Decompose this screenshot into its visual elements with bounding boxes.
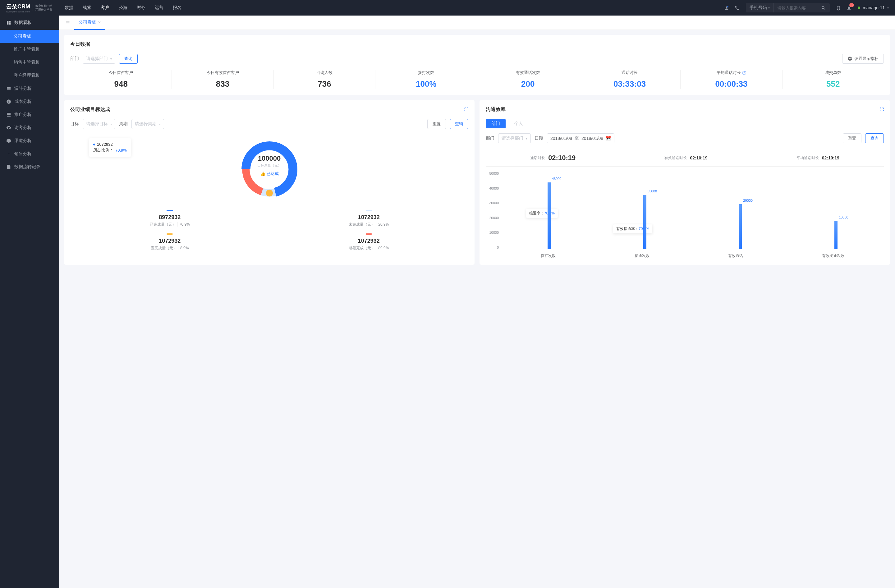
nav-item[interactable]: 公海 [119, 5, 127, 11]
bar[interactable]: 43000 [548, 182, 551, 249]
nav-item[interactable]: 运营 [155, 5, 164, 11]
logo-url: www.yunduocrm.com [6, 10, 30, 13]
nav-item[interactable]: 数据 [65, 5, 73, 11]
kpi-value: 948 [73, 79, 168, 89]
dept-select[interactable]: 请选择部门▾ [498, 133, 531, 143]
bar-label: 43000 [552, 177, 561, 180]
kpi-item: 平均通话时长?00:00:33 [681, 70, 782, 89]
main-content: ☰ 公司看板 ✕ 今日数据 部门 请选择部门▾ 查询 设置显示指标 [59, 15, 895, 588]
search-box: 手机号码 ▾ [746, 3, 830, 12]
achieved-badge: 👍已达成 [257, 171, 281, 177]
search-type-select[interactable]: 手机号码 ▾ [746, 3, 774, 12]
menu-icon [6, 112, 11, 117]
dept-select[interactable]: 请选择部门▾ [83, 54, 115, 64]
query-button[interactable]: 查询 [119, 54, 138, 64]
sidebar-group-dashboard[interactable]: 数据看板 ⌃ [0, 15, 59, 30]
reset-button[interactable]: 重置 [427, 119, 446, 129]
query-button[interactable]: 查询 [865, 133, 884, 143]
bar[interactable]: 18000 [834, 221, 837, 249]
settings-button[interactable]: 设置显示指标 [842, 54, 884, 64]
donut-center-value: 100000 [257, 155, 281, 162]
sidebar-item[interactable]: 访客分析 [0, 121, 59, 134]
x-tick: 拨打次数 [541, 253, 556, 259]
kpi-label: 有效通话次数 [481, 70, 575, 76]
notification-badge: 5 [849, 3, 854, 7]
kpi-item: 回访人数736 [274, 70, 375, 89]
pill-tabs: 部门 个人 [486, 119, 884, 128]
close-icon[interactable]: ✕ [98, 20, 101, 24]
mobile-icon[interactable] [836, 5, 841, 11]
tab-company-dashboard[interactable]: 公司看板 ✕ [74, 15, 105, 30]
sidebar-item[interactable]: 推广主管看板 [0, 43, 59, 56]
logo-text: 云朵CRM [6, 3, 30, 10]
chevron-down-icon: ▾ [110, 123, 112, 126]
sidebar-item[interactable]: 数据流转记录 [0, 161, 59, 173]
search-button[interactable] [817, 3, 830, 12]
bar-label: 35000 [648, 189, 657, 193]
period-select[interactable]: 请选择周期▾ [132, 119, 164, 129]
nav-item[interactable]: 财务 [137, 5, 146, 11]
goal-card: 公司业绩目标达成⛶ 目标 请选择目标▾ 周期 请选择周期▾ 重置 查询 1072… [64, 100, 475, 265]
date-range-input[interactable]: 2018/01/08 至 2018/01/08 📅 [547, 133, 614, 143]
logo-subtitle: 教育机构一站 式服务云平台 [33, 5, 52, 11]
sidebar-item[interactable]: 推广分析 [0, 108, 59, 121]
x-tick: 接通次数 [634, 253, 649, 259]
bell-icon[interactable]: 5 [846, 5, 851, 11]
kpi-label: 通话时长 [582, 70, 677, 76]
tab-menu-icon[interactable]: ☰ [63, 18, 73, 27]
expand-icon[interactable]: ⛶ [464, 107, 468, 112]
x-tick: 有效通话 [728, 253, 743, 259]
date-label: 日期 [534, 135, 543, 141]
legend-item: 8972932已完成量（元）70.9% [70, 207, 269, 230]
bar-tooltip-1: 接通率：70.9% [526, 209, 558, 218]
sidebar-item[interactable]: 销售分析 [0, 147, 59, 161]
bar[interactable]: 29000 [739, 204, 742, 249]
kpi-item: 拨打次数100% [375, 70, 477, 89]
target-select[interactable]: 请选择目标▾ [83, 119, 115, 129]
chevron-down-icon: ▾ [887, 6, 889, 10]
user-menu[interactable]: manager11 ▾ [858, 5, 889, 10]
expand-icon[interactable]: ⛶ [880, 107, 884, 112]
bar-tooltip-2: 有效接通率：70.9% [613, 224, 652, 233]
menu-icon [6, 138, 11, 143]
chevron-down-icon: ▾ [526, 137, 527, 140]
thumb-up-icon: 👍 [260, 171, 265, 176]
donut-tooltip: 1072932 所占比例：70.9% [89, 138, 131, 157]
kpi-item: 通话时长03:33:03 [579, 70, 681, 89]
logo[interactable]: 云朵CRM www.yunduocrm.com 教育机构一站 式服务云平台 [6, 3, 52, 13]
comm-title: 沟通效率 [486, 106, 506, 113]
y-tick: 40000 [486, 186, 499, 190]
sidebar: 数据看板 ⌃ 公司看板推广主管看板销售主管看板客户经理看板 漏斗分析成本分析推广… [0, 15, 59, 588]
today-card: 今日数据 部门 请选择部门▾ 查询 设置显示指标 今日首咨客户948今日有效首咨… [64, 35, 890, 95]
info-icon[interactable]: ? [742, 71, 746, 75]
chevron-up-icon: ⌃ [50, 21, 53, 24]
sidebar-item[interactable]: 渠道分析 [0, 134, 59, 147]
y-tick: 30000 [486, 201, 499, 205]
summary-item: 通话时长02:10:19 [530, 154, 575, 162]
add-user-icon[interactable]: + [724, 5, 729, 11]
kpi-label: 回访人数 [277, 70, 372, 76]
sidebar-item[interactable]: 成本分析 [0, 95, 59, 108]
sidebar-item[interactable]: 公司看板 [0, 30, 59, 43]
pill-personal[interactable]: 个人 [509, 119, 529, 128]
pill-dept[interactable]: 部门 [486, 119, 506, 128]
query-button[interactable]: 查询 [450, 119, 468, 129]
top-nav: 数据线索客户公海财务运营报名 [65, 5, 718, 11]
search-input[interactable] [774, 4, 817, 12]
kpi-label: 拨打次数 [379, 70, 473, 76]
sidebar-item[interactable]: 销售主管看板 [0, 56, 59, 69]
phone-icon[interactable] [735, 5, 740, 11]
sidebar-item[interactable]: 漏斗分析 [0, 82, 59, 95]
gear-icon [848, 56, 853, 61]
today-title: 今日数据 [70, 41, 884, 47]
nav-item[interactable]: 报名 [173, 5, 182, 11]
sidebar-item[interactable]: 客户经理看板 [0, 69, 59, 82]
kpi-item: 有效通话次数200 [477, 70, 579, 89]
chevron-down-icon: ▾ [110, 57, 112, 61]
kpi-value: 00:00:33 [684, 79, 779, 89]
nav-item[interactable]: 线索 [83, 5, 91, 11]
bar[interactable]: 35000 [643, 195, 646, 249]
nav-item[interactable]: 客户 [101, 5, 109, 11]
reset-button[interactable]: 重置 [843, 133, 862, 143]
legend-item: 1072932未完成量（元）20.9% [269, 207, 469, 230]
